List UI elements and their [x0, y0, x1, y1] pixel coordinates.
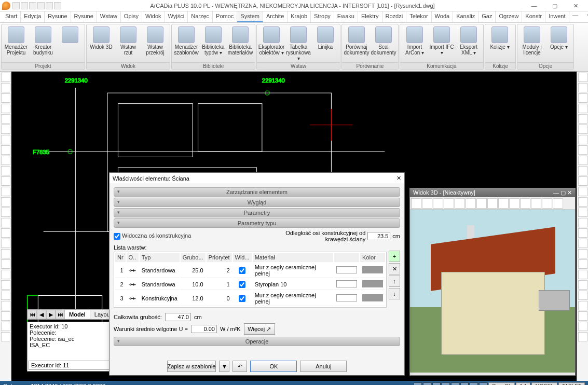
right-toolbar[interactable] — [577, 72, 588, 381]
quick-access-toolbar[interactable] — [12, 2, 61, 9]
ribbon-tab[interactable]: Krajob — [288, 11, 311, 22]
layer-header[interactable]: Wid... — [233, 253, 252, 262]
tool-button[interactable] — [1, 135, 10, 144]
layer-row[interactable]: 1·↦·Standardowa25.02Mur z cegły ceramicz… — [115, 263, 385, 278]
layer-visible-checkbox[interactable] — [239, 281, 245, 288]
ribbon-button[interactable]: Wstaw rzut — [116, 26, 141, 56]
ribbon-tab[interactable]: Start — [2, 11, 21, 22]
ribbon-button[interactable]: Wstaw przekrój — [143, 26, 168, 56]
add-layer-button[interactable]: + — [389, 251, 400, 262]
move-up-button[interactable]: ↑ — [389, 276, 400, 287]
layers-table[interactable]: NrO..TypGrubo...PriorytetWid...MateriałK… — [114, 252, 387, 308]
model-tabstrip[interactable]: ⏮ ◀ ▶ ⏭ Model Layout1 — [27, 309, 120, 320]
ribbon-button[interactable]: Menadżer Projektu — [4, 26, 29, 56]
ribbon-tab[interactable]: Wyjści — [165, 11, 188, 22]
layer-header[interactable]: O.. — [127, 253, 139, 262]
view3d-tool-button[interactable] — [531, 198, 541, 209]
tool-button[interactable] — [578, 280, 587, 290]
ribbon-button[interactable]: Biblioteka typów ▾ — [201, 26, 226, 56]
tool-button[interactable] — [1, 145, 10, 155]
tool-button[interactable] — [578, 93, 587, 103]
ribbon-tab[interactable]: Ewaku — [334, 11, 358, 22]
layer-header[interactable]: Kolor — [360, 253, 385, 262]
ribbon-tab[interactable]: Wstaw — [97, 11, 121, 22]
tool-button[interactable] — [578, 176, 587, 186]
section-management[interactable]: Zarządzanie elementem — [114, 187, 400, 197]
tool-button[interactable] — [578, 187, 587, 196]
tool-button[interactable] — [578, 291, 587, 300]
tool-button[interactable] — [1, 156, 10, 165]
ribbon-tab[interactable]: Archite — [263, 11, 288, 22]
ribbon-tab[interactable]: Ogrzew — [496, 11, 522, 22]
qat-new-icon[interactable] — [12, 2, 20, 9]
ribbon-button[interactable]: Menadżer szablonów — [174, 26, 199, 56]
tool-button[interactable] — [578, 218, 587, 227]
status-toggle[interactable] — [470, 382, 478, 386]
layer-header[interactable]: Typ — [140, 253, 180, 262]
section-operations[interactable]: Operacje — [114, 337, 400, 346]
layer-row[interactable]: 3·↦·Konstrukcyjna12.00Mur z cegły cerami… — [115, 291, 385, 306]
tool-button[interactable] — [1, 73, 10, 82]
close-button[interactable]: ✕ — [565, 1, 586, 11]
u-value-input[interactable] — [191, 325, 217, 333]
remove-layer-button[interactable]: ✕ — [389, 263, 400, 274]
move-down-button[interactable]: ↓ — [389, 288, 400, 299]
layer-header[interactable]: Grubo... — [181, 253, 206, 262]
tool-button[interactable] — [578, 249, 587, 258]
undo-changes-button[interactable]: ↶ — [233, 361, 247, 372]
tool-button[interactable] — [1, 208, 10, 217]
status-scale[interactable]: 1:1 — [516, 382, 530, 386]
tool-button[interactable] — [1, 301, 10, 310]
tool-button[interactable] — [1, 291, 10, 300]
tool-button[interactable] — [1, 176, 10, 186]
tool-button[interactable] — [1, 187, 10, 196]
qat-undo-icon[interactable] — [37, 2, 45, 9]
ribbon-tab[interactable]: Edycja — [21, 11, 45, 22]
tool-button[interactable] — [578, 239, 587, 248]
ribbon-tab[interactable]: Opisy — [121, 11, 142, 22]
qat-redo-icon[interactable] — [46, 2, 53, 9]
tool-button[interactable] — [578, 208, 587, 217]
qat-more-icon[interactable] — [54, 2, 61, 9]
ok-button[interactable]: OK — [250, 361, 297, 372]
status-toggle[interactable] — [423, 382, 431, 386]
mdi-minimize-icon[interactable]: — — [569, 11, 582, 22]
section-parameters[interactable]: Parametry — [114, 208, 400, 217]
tool-button[interactable] — [1, 259, 10, 269]
view3d-tool-button[interactable] — [542, 198, 552, 209]
status-toggle[interactable] — [442, 382, 450, 386]
tool-button[interactable] — [578, 332, 587, 341]
qat-open-icon[interactable] — [21, 2, 28, 9]
tool-button[interactable] — [1, 218, 10, 227]
ribbon-button[interactable]: Kolizje ▾ — [487, 26, 512, 50]
tool-button[interactable] — [1, 83, 10, 92]
ribbon-tab[interactable]: Rysune — [71, 11, 97, 22]
layer-pattern-swatch[interactable] — [336, 280, 357, 287]
section-appearance[interactable]: Wygląd — [114, 198, 400, 207]
visible-axis-checkbox[interactable] — [114, 233, 120, 240]
view3d-tool-button[interactable] — [411, 198, 421, 209]
status-toggle[interactable] — [432, 382, 441, 386]
tab-nav-last-icon[interactable]: ⏭ — [56, 310, 65, 319]
ribbon-tab[interactable]: Inwent — [545, 11, 569, 22]
view3d-tool-button[interactable] — [487, 198, 498, 209]
ribbon-button[interactable]: Moduły i licencje — [519, 26, 544, 56]
layer-header[interactable]: Priorytet — [207, 253, 232, 262]
view3d-tool-button[interactable] — [455, 198, 465, 209]
cancel-button[interactable]: Anuluj — [300, 361, 347, 372]
ribbon-button[interactable]: Import IFC ▾ — [429, 26, 454, 56]
tab-nav-prev-icon[interactable]: ◀ — [37, 310, 46, 319]
ribbon-button[interactable]: Tabelka rysunkowa ▾ — [286, 26, 311, 61]
tool-button[interactable] — [578, 114, 587, 123]
view3d-tool-button[interactable] — [498, 198, 509, 209]
ribbon-tab[interactable]: Kanaliz — [453, 11, 478, 22]
tool-button[interactable] — [1, 280, 10, 290]
ribbon-button[interactable]: Scal dokumenty — [371, 26, 396, 56]
ribbon-button[interactable]: Widok 3D — [89, 26, 114, 50]
ribbon-tab[interactable]: Pomoc — [213, 11, 237, 22]
save-template-button[interactable]: Zapisz w szablonie — [167, 361, 216, 372]
ribbon-tab[interactable]: Elektry — [358, 11, 382, 22]
view3d-tool-button[interactable] — [422, 198, 432, 209]
qat-save-icon[interactable] — [29, 2, 36, 9]
tool-button[interactable] — [578, 104, 587, 113]
